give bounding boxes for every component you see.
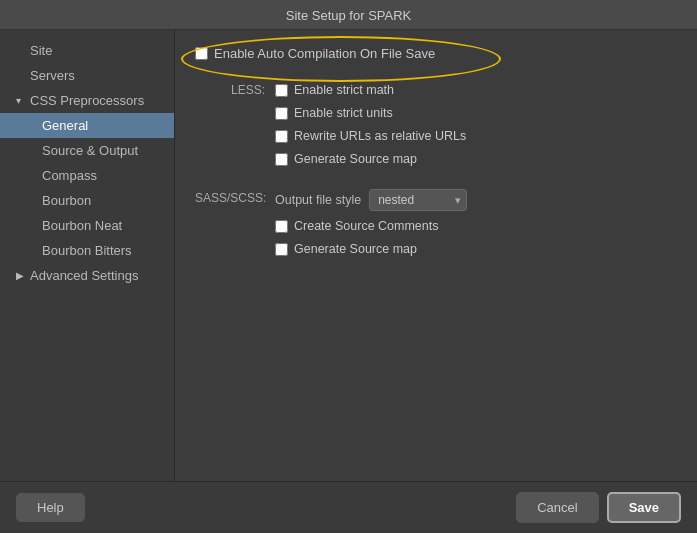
chevron-css: ▾ <box>16 95 26 106</box>
sidebar-item-site[interactable]: Site <box>0 38 174 63</box>
sass-source-map-row: Generate Source map <box>275 240 677 258</box>
sidebar-item-bourbon[interactable]: Bourbon <box>0 188 174 213</box>
sidebar-item-bourbon-bitters[interactable]: Bourbon Bitters <box>0 238 174 263</box>
main-layout: Site Servers ▾ CSS Preprocessors General… <box>0 30 697 481</box>
output-style-select[interactable]: nested expanded compact compressed <box>369 189 467 211</box>
source-comments-row: Create Source Comments <box>275 217 677 235</box>
strict-math-checkbox[interactable] <box>275 84 288 97</box>
rewrite-urls-label[interactable]: Rewrite URLs as relative URLs <box>294 129 466 143</box>
auto-compile-label[interactable]: Enable Auto Compilation On File Save <box>214 46 435 61</box>
sass-source-map-checkbox[interactable] <box>275 243 288 256</box>
rewrite-urls-checkbox[interactable] <box>275 130 288 143</box>
sidebar-label-bourbon-neat: Bourbon Neat <box>42 218 122 233</box>
less-options: Enable strict math Enable strict units R… <box>275 81 677 173</box>
less-strict-math-row: Enable strict math <box>275 81 677 99</box>
source-comments-label[interactable]: Create Source Comments <box>294 219 439 233</box>
less-rewrite-urls-row: Rewrite URLs as relative URLs <box>275 127 677 145</box>
sass-source-map-label[interactable]: Generate Source map <box>294 242 417 256</box>
less-source-map-row: Generate Source map <box>275 150 677 168</box>
save-button[interactable]: Save <box>607 492 681 523</box>
sass-content: Output file style nested expanded compac… <box>275 189 677 263</box>
less-strict-units-row: Enable strict units <box>275 104 677 122</box>
window-title: Site Setup for SPARK <box>286 8 412 23</box>
sass-dropdown-row: SASS/SCSS: Output file style nested expa… <box>195 189 677 263</box>
help-button[interactable]: Help <box>16 493 85 522</box>
less-label: LESS: <box>195 81 275 97</box>
sass-section: SASS/SCSS: Output file style nested expa… <box>195 189 677 263</box>
less-source-map-checkbox[interactable] <box>275 153 288 166</box>
sidebar-label-advanced-settings: Advanced Settings <box>30 268 138 283</box>
sidebar: Site Servers ▾ CSS Preprocessors General… <box>0 30 175 481</box>
sidebar-item-bourbon-neat[interactable]: Bourbon Neat <box>0 213 174 238</box>
less-source-map-label[interactable]: Generate Source map <box>294 152 417 166</box>
cancel-button[interactable]: Cancel <box>516 492 598 523</box>
sidebar-label-servers: Servers <box>30 68 75 83</box>
sass-label: SASS/SCSS: <box>195 189 275 205</box>
sidebar-item-css-preprocessors[interactable]: ▾ CSS Preprocessors <box>0 88 174 113</box>
auto-compile-checkbox[interactable] <box>195 47 208 60</box>
source-comments-checkbox[interactable] <box>275 220 288 233</box>
sidebar-label-bourbon: Bourbon <box>42 193 91 208</box>
output-style-wrapper: nested expanded compact compressed <box>369 189 467 211</box>
sidebar-label-css-preprocessors: CSS Preprocessors <box>30 93 144 108</box>
sidebar-label-bourbon-bitters: Bourbon Bitters <box>42 243 132 258</box>
chevron-advanced: ▶ <box>16 270 26 281</box>
sidebar-label-site: Site <box>30 43 52 58</box>
sidebar-label-compass: Compass <box>42 168 97 183</box>
footer: Help Cancel Save <box>0 481 697 533</box>
sidebar-item-compass[interactable]: Compass <box>0 163 174 188</box>
sidebar-label-source-output: Source & Output <box>42 143 138 158</box>
strict-math-label[interactable]: Enable strict math <box>294 83 394 97</box>
sidebar-item-advanced-settings[interactable]: ▶ Advanced Settings <box>0 263 174 288</box>
strict-units-label[interactable]: Enable strict units <box>294 106 393 120</box>
auto-compile-row: Enable Auto Compilation On File Save <box>195 46 677 61</box>
sass-output-style-row: Output file style nested expanded compac… <box>275 189 677 211</box>
sidebar-item-source-output[interactable]: Source & Output <box>0 138 174 163</box>
output-style-label: Output file style <box>275 193 361 207</box>
footer-right: Cancel Save <box>516 492 681 523</box>
less-section-row: LESS: Enable strict math Enable strict u… <box>195 81 677 173</box>
content-area: Enable Auto Compilation On File Save LES… <box>175 30 697 481</box>
sidebar-item-general[interactable]: General <box>0 113 174 138</box>
sidebar-item-servers[interactable]: Servers <box>0 63 174 88</box>
title-bar: Site Setup for SPARK <box>0 0 697 30</box>
less-section: LESS: Enable strict math Enable strict u… <box>195 81 677 173</box>
strict-units-checkbox[interactable] <box>275 107 288 120</box>
sidebar-label-general: General <box>42 118 88 133</box>
